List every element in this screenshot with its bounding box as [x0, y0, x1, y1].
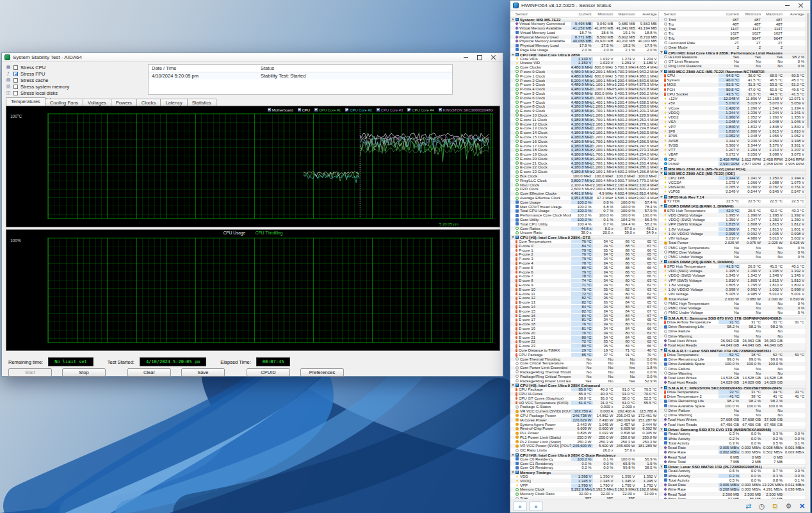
sensor-row[interactable]: Write Total92 MB86 MB92 MB — [659, 496, 806, 499]
sensor-row[interactable]: Tcas38T38T38T — [510, 496, 658, 499]
sensor-row[interactable]: P-core 679 °C34 °C86 °C65 °C — [510, 270, 658, 274]
sensor-section-header[interactable]: CPU [#0]: Intel Core Ultra 9 285K: DTS — [510, 235, 658, 240]
sensor-row[interactable]: P-core 0 Clock4,480.9 MHz2,200.1 MHz5,70… — [510, 70, 658, 74]
aida64-titlebar[interactable]: System Stability Test - AIDA64 — [2, 53, 503, 62]
sensor-row[interactable]: P-core 778 °C34 °C88 °C66 °C — [510, 274, 658, 279]
minimize-icon[interactable] — [781, 2, 793, 9]
legend-checkbox[interactable] — [439, 108, 442, 111]
sensor-row[interactable]: Core Usage100.0 %0.8 %100.0 %57.4 % — [510, 200, 658, 204]
sensor-row[interactable]: Physical Memory Load17.9 %17.5 %18.2 %17… — [510, 44, 658, 48]
sensor-row[interactable]: VR VCC Current (SVID) [IOUT]163.750 A0.0… — [510, 409, 658, 414]
page-left-icon[interactable]: « — [513, 501, 527, 511]
sensor-row[interactable]: PL1 Power Limit (Static)250.0 W250.0 W25… — [510, 436, 658, 440]
clock-icon[interactable]: ◷ — [756, 501, 767, 511]
sensor-section-header[interactable]: System: MSI MS-7E22 — [510, 17, 658, 22]
tab-clocks[interactable]: Clocks — [136, 99, 161, 106]
sensor-row[interactable]: 1P81.810 V1.806 V1.815 V1.810 V — [659, 129, 806, 133]
sensor-row[interactable]: E-core 18 Clock4,180.8 MHz2,100.1 MHz4,6… — [510, 148, 658, 152]
page-right-icon[interactable]: » — [529, 501, 543, 511]
sensor-row[interactable]: Rest-of-Chip Power6.609 W0.600 W6.609 W6… — [510, 427, 658, 431]
sensor-section-header[interactable]: DDR5 DIMM [#1] (BANK 1, DIMM#0) — [659, 204, 806, 208]
sensor-row[interactable]: PMIC Over VoltageNoNoNo0 % — [659, 250, 806, 254]
sensor-row[interactable]: 1P051.052 V1.048 V1.056 V1.052 V — [659, 134, 806, 138]
sensor-row[interactable]: P-core 478 °C34 °C86 °C65 °C — [510, 261, 658, 266]
sensor-row[interactable]: NGU Clock2,100.4 MHz2,100.4 MHz2,100.4 M… — [510, 183, 658, 187]
sensor-row[interactable]: Core Distance to TjMAX29 °C19 °C71 °C40 … — [510, 348, 658, 353]
sensor-row[interactable]: VDDQ1.345 V1.345 V1.345 V1.345 V — [510, 478, 658, 483]
sensor-row[interactable]: Drive Available Spare100.0 %100.0 %100.0… — [659, 362, 806, 366]
sensor-row[interactable]: Total Host Reads67,456 GB67,456 GB67,456… — [659, 422, 806, 427]
collapse-arrow-icon[interactable] — [660, 70, 663, 72]
sensor-row[interactable]: Core Effective Clocks4,461.8 MHz4.9 MHz4… — [510, 191, 658, 196]
sensor-row[interactable]: Virtual Memory Load18.7 %18.6 %19.1 %18.… — [510, 30, 658, 35]
sensor-row[interactable]: CPU Socket43.5 °C31.5 °C44.5 °C41.5 °C — [659, 92, 806, 96]
sensor-row[interactable]: VPP (SW3) Voltage1.815 V1.808 V1.815 V1.… — [659, 222, 806, 227]
sensor-row[interactable]: E-core 1876 °C34 °C80 °C63 °C — [510, 322, 658, 327]
sensor-row[interactable]: Command Rate2T2T2T — [659, 40, 806, 45]
sensor-row[interactable]: Read Rate0.006 MB/s0.000 MB/s13.326 MB/s… — [659, 483, 806, 487]
sensor-row[interactable]: E-core 16 Clock4,180.8 MHz1,700.1 MHz4,6… — [510, 139, 658, 143]
sensor-row[interactable]: Core Clocks4,480.9 MHz800.0 MHz5,700.3 M… — [510, 65, 658, 70]
sensor-row[interactable]: Core Utility100.0 %0.1 %104.2 %56.3 % — [510, 218, 658, 222]
collapse-arrow-icon[interactable] — [512, 19, 514, 20]
sensor-row[interactable]: Package/Ring Thermal ThrottlingNoNoNo0.0… — [510, 370, 658, 375]
sensor-row[interactable]: E-core 2180 °C34 °C84 °C65 °C — [510, 335, 658, 339]
sensor-row[interactable]: E-core 23 Clock4,180.8 MHz2,100.1 MHz4,6… — [510, 170, 658, 174]
stress-checkbox[interactable] — [13, 91, 18, 95]
sensor-row[interactable]: P-core 2 Clock5,200.4 MHz1,100.1 MHz5,20… — [510, 78, 658, 83]
sensor-row[interactable]: Trc162T162T162T — [659, 31, 806, 36]
sensor-row[interactable]: Core Temperatures76 °C34 °C86 °C65 °C — [510, 240, 658, 244]
sensor-section-header[interactable]: CPU [#0]: Intel Core Ultra 9 285K: Perfo… — [659, 50, 806, 54]
sensor-row[interactable]: Write Rate0.268 MB/s0.000 MB/s4.291 MB/s… — [659, 487, 806, 492]
log-row[interactable]: 4/10/2024 5:20:05 pmStability Test: Star… — [149, 72, 452, 79]
sensor-row[interactable]: PL2 Power Limit (Static)250.3 W250.3 W25… — [510, 439, 658, 444]
vertical-scrollbar[interactable] — [806, 12, 810, 499]
sensor-row[interactable]: Write Total7 MB2 MB7 MB — [659, 459, 806, 464]
sensor-row[interactable]: Drive FailureNoNoNo — [659, 366, 806, 371]
clear-button[interactable]: Clear — [127, 368, 171, 377]
transfer-arrows-icon[interactable]: ⇄ — [743, 501, 754, 511]
sensor-row[interactable]: VBAT3.072 V3.056 V3.088 V3.073 V — [659, 152, 806, 157]
collapse-arrow-icon[interactable] — [660, 466, 663, 468]
sensor-row[interactable]: 1.0V VDDIO Voltage0.995 V0.992 V1.005 V0… — [659, 231, 806, 236]
sensor-row[interactable]: P-core 5 Clock4,480.9 MHz800.0 MHz5,400.… — [510, 92, 658, 96]
sensor-row[interactable]: Core VIDs1.149 V1.032 V1.274 V1.204 V — [510, 56, 658, 61]
sensor-row[interactable]: Drive Temperature52 °C38 °C52 °C50 °C — [659, 352, 806, 357]
collapse-arrow-icon[interactable] — [660, 261, 663, 263]
sensor-row[interactable]: +5V5.070 V5.029 V5.070 V5.059 V — [659, 101, 806, 106]
collapse-arrow-icon[interactable] — [660, 349, 663, 351]
save-button[interactable]: Save — [181, 368, 225, 377]
sensor-row[interactable]: V1P050.549 V0.544 V0.549 V0.547 V — [659, 190, 806, 194]
sensor-row[interactable]: E-core 1484 °C34 °C84 °C67 °C — [510, 305, 658, 309]
sensor-row[interactable]: Core C6 Residency0.0 %0.0 %99.8 %38.5 % — [510, 466, 658, 470]
sensor-row[interactable]: PMIC Over VoltageNoNoNo0 % — [659, 305, 806, 310]
sensor-row[interactable]: Drive Temperature33 °C31 °C34 °C33 °C — [659, 389, 806, 394]
sensor-row[interactable]: P-core 379 °C34 °C88 °C66 °C — [510, 257, 658, 261]
sensor-row[interactable]: E-core 21 Clock4,180.8 MHz1,700.1 MHz4,6… — [510, 161, 658, 165]
sensor-section-header[interactable]: Drive: Samsung SSD 870 EVO 1TB (W6BNR0XA… — [659, 427, 806, 431]
copy-icon[interactable]: ⧉ — [770, 501, 781, 511]
sensor-row[interactable]: VDD (SW1) Voltage1.395 V1.390 V1.395 V1.… — [659, 268, 806, 273]
settings-gear-icon[interactable]: ⚙ — [783, 501, 794, 511]
sensor-row[interactable]: E-core 20 Clock4,180.8 MHz1,200.1 MHz4,6… — [510, 157, 658, 161]
sensor-row[interactable]: 1.8V Voltage1.805 V1.795 V1.810 V1.803 V — [659, 282, 806, 287]
sensor-row[interactable]: E-core 2272 °C35 °C80 °C62 °C — [510, 339, 658, 344]
sensor-section-header[interactable]: S.M.A.R.T.: KINGSTON SKC3000D2048G (5002… — [659, 385, 806, 389]
sensor-row[interactable]: Drive Remaining Life98.2 %98.2 %98.2 % — [659, 325, 806, 329]
sensor-row[interactable]: VDD1.395 V1.390 V1.395 V1.392 V — [510, 475, 658, 479]
sensor-row[interactable]: Physical Memory Used8,771 MB8,560 MB8,91… — [510, 35, 658, 39]
sensor-row[interactable]: E-core 12 Clock4,180.8 MHz2,100.1 MHz4,6… — [510, 122, 658, 126]
sensor-row[interactable]: P-core 1 Clock4,480.9 MHz800.0 MHz5,700.… — [510, 74, 658, 78]
sensor-row[interactable]: VIN Voltage5.010 V4.980 V5.010 V5.002 V — [659, 236, 806, 240]
sensor-row[interactable]: CPU Package85 °C37 °C91 °C70 °C — [510, 352, 658, 357]
sensor-section-header[interactable]: MSI MEG Z890 ACE (MS-7E22) [Intel PCH] — [659, 167, 806, 171]
sensor-row[interactable]: PMIC Under VoltageNoNoNo0 % — [659, 255, 806, 259]
sensor-row[interactable]: CPU 1P81.344 V1.341 V1.350 V1.344 V — [659, 175, 806, 180]
sensor-row[interactable]: E-core 22 Clock4,180.8 MHz1,200.1 MHz4,6… — [510, 165, 658, 170]
sensor-row[interactable]: VNNAON0.765 V0.760 V0.767 V0.761 V — [659, 185, 806, 190]
sensor-section-header[interactable]: Memory Timings — [510, 470, 658, 475]
sensor-row[interactable]: Max CPU/Thread Usage100.0 %6.8 %100.0 %7… — [510, 204, 658, 209]
sensor-row[interactable]: 1.0V VDDIO Voltage0.998 V0.992 V1.002 V0… — [659, 287, 806, 291]
close-icon[interactable] — [487, 54, 500, 61]
sensor-row[interactable]: PMIC High TemperatureNoNoNo0 % — [659, 301, 806, 305]
